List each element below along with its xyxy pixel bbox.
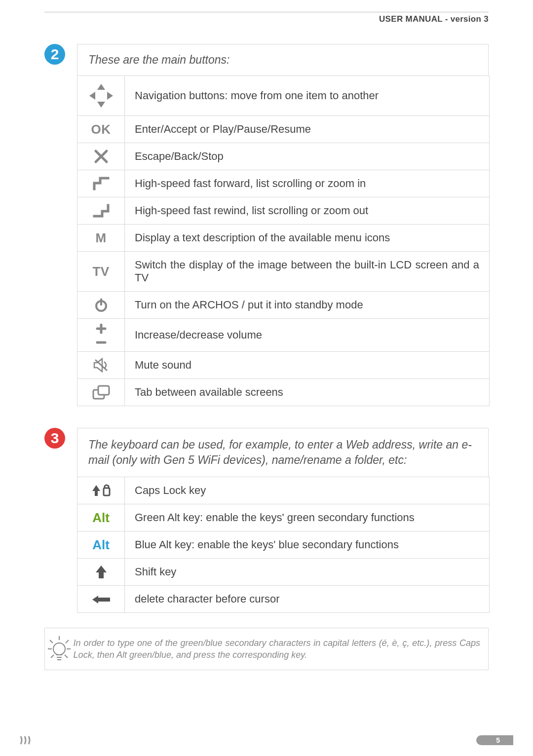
volume-icon bbox=[77, 319, 125, 352]
section-3-number-badge: 3 bbox=[44, 428, 65, 449]
section-3-header: 3 The keyboard can be used, for example,… bbox=[44, 428, 489, 477]
menu-icon: M bbox=[95, 230, 106, 245]
svg-marker-0 bbox=[97, 84, 105, 90]
keyboard-table: Caps Lock key Alt Green Alt key: enable … bbox=[77, 477, 490, 613]
table-row: Caps Lock key bbox=[77, 477, 490, 504]
header-divider bbox=[44, 12, 489, 12]
tv-icon: TV bbox=[92, 264, 109, 279]
table-row: Increase/decrease volume bbox=[77, 319, 490, 352]
table-row: delete character before cursor bbox=[77, 586, 490, 613]
backspace-desc: delete character before cursor bbox=[125, 586, 490, 613]
fast-rewind-icon bbox=[77, 197, 125, 225]
page-number: 5 bbox=[476, 735, 513, 745]
svg-marker-1 bbox=[97, 102, 105, 108]
shift-icon bbox=[77, 559, 125, 586]
section-2-header: 2 These are the main buttons: bbox=[44, 44, 489, 76]
table-row: High-speed fast forward, list scrolling … bbox=[77, 170, 490, 197]
alt-blue-desc: Blue Alt key: enable the keys' blue seco… bbox=[125, 531, 490, 559]
table-row: High-speed fast rewind, list scrolling o… bbox=[77, 197, 490, 225]
svg-marker-3 bbox=[107, 92, 113, 100]
table-row: Navigation buttons: move from one item t… bbox=[77, 76, 490, 116]
tip-text: In order to type one of the green/blue s… bbox=[74, 630, 488, 668]
ok-icon: OK bbox=[91, 122, 111, 137]
table-row: Shift key bbox=[77, 559, 490, 586]
close-icon bbox=[77, 143, 125, 170]
ok-desc: Enter/Accept or Play/Pause/Resume bbox=[125, 116, 490, 143]
alt-green-desc: Green Alt key: enable the keys' green se… bbox=[125, 504, 490, 531]
alt-green-icon: Alt bbox=[92, 510, 110, 525]
table-row: OK Enter/Accept or Play/Pause/Resume bbox=[77, 116, 490, 143]
section-3-intro: The keyboard can be used, for example, t… bbox=[77, 428, 489, 477]
table-row: M Display a text description of the avai… bbox=[77, 225, 490, 252]
table-row: Tab between available screens bbox=[77, 379, 490, 406]
menu-desc: Display a text description of the availa… bbox=[125, 225, 490, 252]
svg-marker-2 bbox=[89, 92, 95, 100]
tab-icon bbox=[77, 379, 125, 406]
caps-lock-desc: Caps Lock key bbox=[125, 477, 490, 504]
section-2-number-badge: 2 bbox=[44, 44, 65, 65]
table-row: Mute sound bbox=[77, 352, 490, 379]
tip-box: In order to type one of the green/blue s… bbox=[44, 628, 489, 670]
svg-marker-11 bbox=[92, 596, 110, 604]
footer-decoration-icon bbox=[20, 735, 39, 745]
page-footer: 5 bbox=[0, 735, 533, 747]
fast-rewind-desc: High-speed fast rewind, list scrolling o… bbox=[125, 197, 490, 225]
dpad-icon bbox=[77, 76, 125, 116]
svg-marker-10 bbox=[96, 566, 107, 578]
table-row: Alt Green Alt key: enable the keys' gree… bbox=[77, 504, 490, 531]
svg-marker-8 bbox=[92, 485, 100, 496]
table-row: Turn on the ARCHOS / put it into standby… bbox=[77, 292, 490, 319]
svg-rect-5 bbox=[100, 299, 102, 305]
fast-forward-desc: High-speed fast forward, list scrolling … bbox=[125, 170, 490, 197]
svg-point-12 bbox=[53, 643, 65, 655]
table-row: Alt Blue Alt key: enable the keys' blue … bbox=[77, 531, 490, 559]
mute-icon bbox=[77, 352, 125, 379]
shift-desc: Shift key bbox=[125, 559, 490, 586]
dpad-desc: Navigation buttons: move from one item t… bbox=[125, 76, 490, 116]
svg-rect-7 bbox=[98, 386, 109, 395]
section-2-intro: These are the main buttons: bbox=[77, 44, 489, 76]
svg-rect-9 bbox=[104, 488, 110, 495]
main-buttons-table: Navigation buttons: move from one item t… bbox=[77, 76, 490, 406]
table-row: TV Switch the display of the image betwe… bbox=[77, 252, 490, 292]
header-title: USER MANUAL - version 3 bbox=[44, 14, 489, 24]
lightbulb-icon bbox=[45, 628, 74, 670]
power-desc: Turn on the ARCHOS / put it into standby… bbox=[125, 292, 490, 319]
table-row: Escape/Back/Stop bbox=[77, 143, 490, 170]
tv-desc: Switch the display of the image between … bbox=[125, 252, 490, 292]
mute-desc: Mute sound bbox=[125, 352, 490, 379]
tab-desc: Tab between available screens bbox=[125, 379, 490, 406]
caps-lock-icon bbox=[77, 477, 125, 504]
alt-blue-icon: Alt bbox=[92, 537, 110, 552]
volume-desc: Increase/decrease volume bbox=[125, 319, 490, 352]
backspace-icon bbox=[77, 586, 125, 613]
power-icon bbox=[77, 292, 125, 319]
fast-forward-icon bbox=[77, 170, 125, 197]
close-desc: Escape/Back/Stop bbox=[125, 143, 490, 170]
